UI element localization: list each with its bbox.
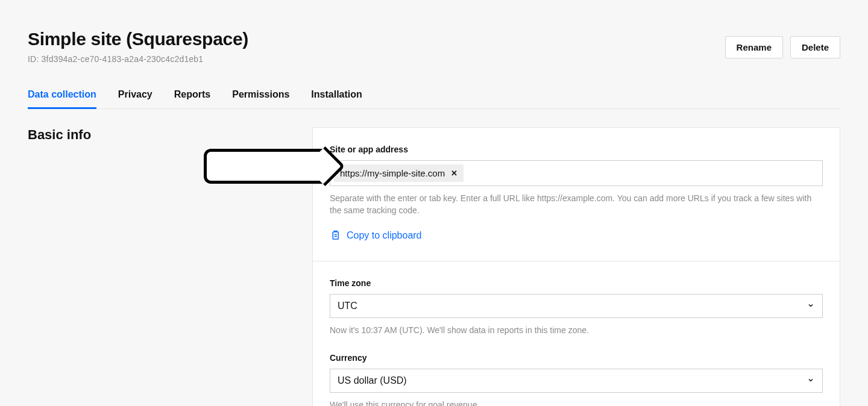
section-title: Basic info: [28, 127, 312, 143]
currency-select[interactable]: US dollar (USD): [330, 369, 823, 393]
tab-data-collection[interactable]: Data collection: [28, 89, 96, 109]
tabs: Data collection Privacy Reports Permissi…: [28, 89, 840, 109]
site-address-help: Separate with the enter or tab key. Ente…: [330, 192, 823, 217]
remove-chip-icon[interactable]: ✕: [451, 169, 458, 178]
copy-label: Copy to clipboard: [347, 230, 422, 241]
site-url-text: https://my-simple-site.com: [340, 168, 445, 178]
site-url-chip: https://my-simple-site.com ✕: [334, 164, 464, 182]
page-title: Simple site (Squarespace): [28, 29, 248, 49]
tab-reports[interactable]: Reports: [174, 89, 210, 109]
timezone-help: Now it's 10:37 AM (UTC). We'll show data…: [330, 324, 823, 336]
copy-to-clipboard-button[interactable]: Copy to clipboard: [330, 230, 422, 241]
tab-permissions[interactable]: Permissions: [232, 89, 289, 109]
svg-rect-0: [333, 232, 338, 239]
currency-help: We'll use this currency for goal revenue: [330, 399, 823, 406]
currency-label: Currency: [330, 353, 823, 363]
site-address-input[interactable]: https://my-simple-site.com ✕: [330, 160, 823, 186]
tab-installation[interactable]: Installation: [311, 89, 362, 109]
clipboard-icon: [330, 230, 341, 241]
rename-button[interactable]: Rename: [725, 36, 783, 58]
tab-privacy[interactable]: Privacy: [118, 89, 153, 109]
site-address-label: Site or app address: [330, 145, 823, 154]
site-id: ID: 3fd394a2-ce70-4183-a2a4-230c4c2d1eb1: [28, 54, 248, 64]
basic-info-card: Site or app address https://my-simple-si…: [312, 127, 840, 406]
timezone-label: Time zone: [330, 278, 823, 288]
timezone-select[interactable]: UTC: [330, 294, 823, 318]
delete-button[interactable]: Delete: [790, 36, 840, 58]
annotation-pointer: [204, 149, 324, 184]
